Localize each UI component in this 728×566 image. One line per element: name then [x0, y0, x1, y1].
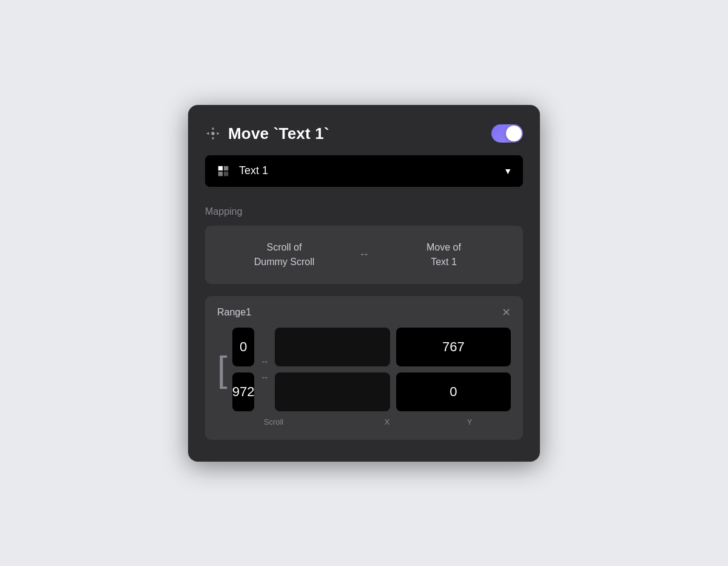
svg-rect-3: [218, 171, 223, 175]
spacer-col-label: [313, 417, 346, 426]
bracket-col: [: [217, 328, 228, 411]
range-link-icon-top: ↔: [260, 357, 269, 366]
x-input-bottom[interactable]: [275, 372, 389, 411]
column-labels: Scroll X Y: [217, 417, 511, 426]
x-col-label: X: [346, 417, 428, 426]
x-input-top[interactable]: [275, 328, 389, 366]
range-title: Range1: [217, 307, 251, 318]
mapping-card: Scroll of Dummy Scroll ↔ Move of Text 1: [205, 226, 523, 284]
scroll-col-label: Scroll: [234, 417, 313, 426]
svg-point-0: [211, 132, 214, 135]
scroll-input-top[interactable]: 0: [232, 328, 255, 366]
dropdown-label: Text 1: [239, 164, 268, 177]
layer-dropdown[interactable]: Text 1 ▼: [205, 155, 523, 187]
mapping-source: Scroll of Dummy Scroll: [217, 240, 351, 269]
mapping-label: Mapping: [205, 206, 523, 217]
main-panel: Move `Text 1` Text 1 ▼ Mapping: [188, 105, 540, 462]
range-close-button[interactable]: ✕: [502, 307, 511, 318]
scroll-column: 0 972: [232, 328, 255, 411]
toggle-thumb: [506, 126, 522, 141]
y-input-top[interactable]: 767: [396, 328, 511, 366]
y-col-label: Y: [428, 417, 511, 426]
range-header: Range1 ✕: [217, 307, 511, 318]
panel-title: Move `Text 1`: [228, 124, 329, 143]
svg-rect-2: [224, 166, 228, 170]
mapping-arrow-icon: ↔: [359, 248, 369, 261]
xy-columns: 767 0: [275, 328, 511, 411]
mapping-target: Move of Text 1: [377, 240, 511, 269]
layer-icon: [216, 164, 231, 178]
header-row: Move `Text 1`: [205, 124, 523, 143]
arrow-column: ↔ ↔: [260, 328, 269, 411]
header-left: Move `Text 1`: [205, 124, 329, 143]
move-icon: [205, 126, 221, 141]
x-column: [275, 328, 389, 411]
y-input-bottom[interactable]: 0: [396, 372, 511, 411]
range-grid: [ 0 972 ↔ ↔: [217, 328, 511, 411]
toggle-switch[interactable]: [491, 124, 523, 143]
range-link-icon-bottom: ↔: [260, 372, 269, 382]
range-bracket-icon: [: [217, 351, 228, 388]
svg-rect-1: [218, 166, 223, 170]
mapping-section: Mapping Scroll of Dummy Scroll ↔ Move of…: [205, 206, 523, 284]
dropdown-arrow-icon: ▼: [504, 166, 512, 176]
y-column: 767 0: [396, 328, 511, 411]
scroll-input-bottom[interactable]: 972: [232, 372, 255, 411]
range-card: Range1 ✕ [ 0 972 ↔ ↔: [205, 296, 523, 440]
dropdown-left: Text 1: [216, 164, 268, 178]
